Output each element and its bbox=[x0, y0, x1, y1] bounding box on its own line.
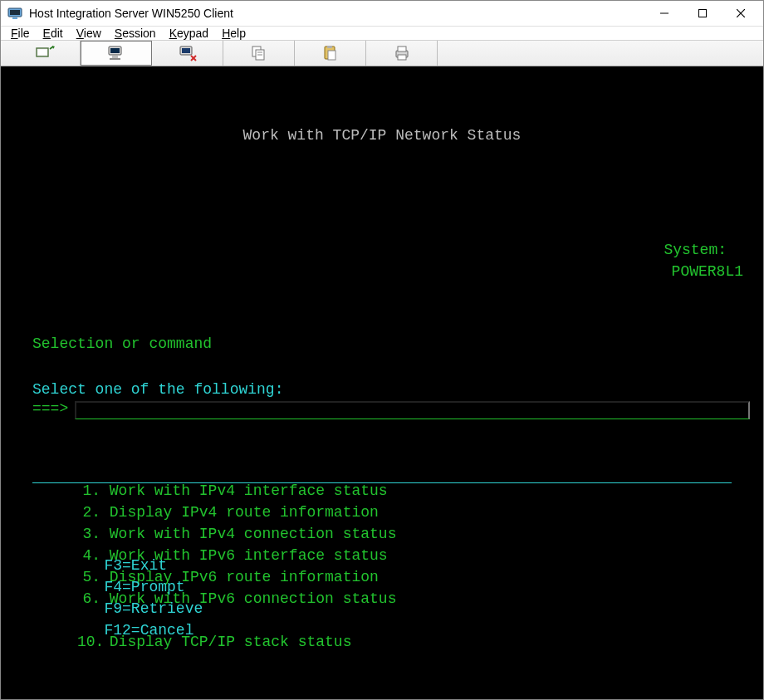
svg-rect-1 bbox=[10, 10, 20, 15]
menu-view[interactable]: View bbox=[76, 27, 101, 40]
command-input[interactable] bbox=[75, 401, 750, 419]
toolbar-disconnect-button[interactable] bbox=[152, 41, 223, 66]
menu-session[interactable]: Session bbox=[115, 27, 156, 40]
window-close-button[interactable] bbox=[722, 1, 760, 26]
menubar: File Edit View Session Keypad Help bbox=[1, 27, 763, 41]
menu-keypad[interactable]: Keypad bbox=[169, 27, 209, 40]
toolbar-connect-button[interactable] bbox=[9, 41, 81, 66]
toolbar-session-button[interactable] bbox=[81, 41, 152, 66]
fkey-f3[interactable]: F3=Exit bbox=[104, 557, 167, 574]
toolbar-copy-button[interactable] bbox=[223, 41, 295, 66]
screen-title: Work with TCP/IP Network Status bbox=[14, 125, 750, 146]
terminal-area[interactable]: Work with TCP/IP Network Status System: … bbox=[1, 66, 763, 700]
fkey-f4[interactable]: F4=Prompt bbox=[104, 579, 184, 595]
menu-edit[interactable]: Edit bbox=[43, 27, 63, 40]
svg-rect-13 bbox=[110, 58, 120, 60]
window-minimize-button[interactable] bbox=[645, 1, 683, 26]
fkey-f12[interactable]: F12=Cancel bbox=[104, 622, 193, 639]
svg-rect-24 bbox=[328, 51, 335, 60]
svg-rect-8 bbox=[38, 50, 47, 55]
separator-line bbox=[32, 482, 732, 483]
toolbar bbox=[1, 41, 763, 66]
toolbar-paste-button[interactable] bbox=[295, 41, 366, 66]
command-prefix: ===> bbox=[32, 398, 68, 419]
svg-rect-26 bbox=[398, 47, 406, 51]
svg-rect-2 bbox=[12, 17, 17, 19]
toolbar-print-button[interactable] bbox=[366, 41, 438, 66]
menu-file[interactable]: File bbox=[11, 27, 30, 40]
svg-rect-4 bbox=[699, 10, 707, 17]
window-titlebar: Host Integration Server WIN5250 Client bbox=[1, 1, 763, 27]
svg-rect-23 bbox=[327, 46, 332, 48]
command-label: Selection or command bbox=[14, 333, 750, 355]
app-icon bbox=[7, 6, 22, 21]
svg-rect-11 bbox=[110, 48, 120, 53]
window-title: Host Integration Server WIN5250 Client bbox=[29, 7, 645, 20]
window-maximize-button[interactable] bbox=[683, 1, 722, 26]
system-name: POWER8L1 bbox=[672, 263, 743, 280]
system-label: System: bbox=[664, 242, 727, 258]
menu-help[interactable]: Help bbox=[222, 27, 246, 40]
svg-rect-15 bbox=[182, 48, 190, 53]
fkey-f9[interactable]: F9=Retrieve bbox=[104, 600, 203, 617]
svg-rect-12 bbox=[112, 56, 118, 58]
function-key-row: F3=Exit F4=Prompt F9=Retrieve F12=Cancel bbox=[14, 533, 750, 663]
svg-rect-27 bbox=[398, 55, 406, 60]
